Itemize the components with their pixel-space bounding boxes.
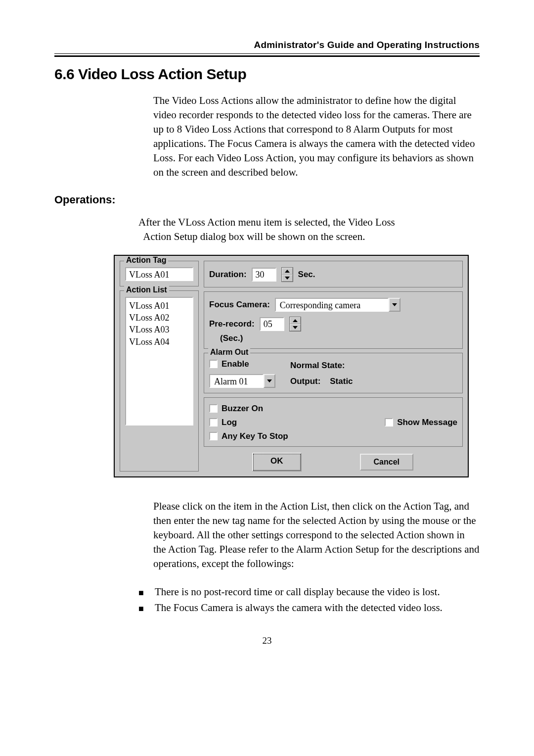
output-label: Output: (290, 377, 320, 386)
alarm-select[interactable]: Alarm 01 (209, 374, 275, 388)
bullet-item: There is no post-record time or call dis… (155, 586, 440, 598)
focus-camera-value[interactable]: Corresponding camera (275, 298, 389, 312)
svg-marker-1 (285, 277, 290, 280)
alarm-out-group: Alarm Out Enable Alarm 01 Normal Sta (204, 353, 463, 393)
sec-label: Sec. (298, 270, 315, 280)
anykey-checkbox[interactable] (209, 432, 218, 440)
show-message-checkbox[interactable] (385, 418, 393, 426)
action-tag-group: Action Tag VLoss A01 (120, 261, 199, 286)
focus-camera-combo[interactable]: Corresponding camera (275, 298, 400, 312)
pre-record-spinner[interactable] (289, 317, 301, 331)
duration-input[interactable]: 30 (252, 268, 276, 282)
enable-checkbox[interactable] (209, 360, 218, 368)
pre-record-label: Pre-record: (209, 319, 255, 329)
log-label: Log (222, 418, 237, 427)
bullet-icon: ■ (138, 586, 144, 600)
bullet-icon: ■ (138, 602, 144, 615)
enable-label: Enable (222, 359, 249, 369)
action-list-label: Action List (124, 285, 169, 294)
pre-record-input[interactable]: 05 (260, 317, 284, 331)
spinner-down-icon[interactable] (290, 324, 301, 331)
svg-marker-3 (293, 319, 298, 322)
dialog-button-row: OK Cancel (204, 451, 463, 472)
list-item[interactable]: VLoss A04 (129, 336, 189, 348)
video-loss-dialog: Action Tag VLoss A01 Action List VLoss A… (114, 255, 469, 477)
ops-line1: After the VLoss Action menu item is sele… (138, 216, 395, 228)
svg-marker-0 (285, 270, 290, 273)
bullet-list: ■ There is no post-record time or call d… (138, 586, 480, 615)
action-list[interactable]: VLoss A01 VLoss A02 VLoss A03 VLoss A04 (125, 297, 193, 425)
action-tag-label: Action Tag (124, 256, 168, 265)
spinner-down-icon[interactable] (282, 275, 293, 282)
duration-spinner[interactable] (281, 267, 293, 282)
focus-prerecord-group: Focus Camera: Corresponding camera Pre-r… (204, 291, 463, 349)
page-number: 23 (54, 635, 480, 646)
buzzer-checkbox[interactable] (209, 404, 218, 413)
misc-options-group: Buzzer On Log Any Key To Stop (204, 397, 463, 447)
cancel-button[interactable]: Cancel (360, 454, 413, 471)
intro-paragraph: The Video Loss Actions allow the adminis… (153, 94, 480, 180)
normal-state-label: Normal State: (290, 361, 353, 371)
svg-marker-5 (267, 379, 272, 382)
list-item[interactable]: VLoss A02 (129, 312, 189, 324)
action-tag-field[interactable]: VLoss A01 (125, 267, 193, 281)
svg-marker-2 (392, 303, 397, 306)
show-message-label: Show Message (397, 418, 457, 427)
duration-group: Duration: 30 Sec. (204, 261, 463, 287)
list-item[interactable]: VLoss A03 (129, 324, 189, 335)
post-dialog-paragraph: Please click on the item in the Action L… (153, 499, 480, 571)
log-checkbox[interactable] (209, 418, 218, 426)
operations-heading: Operations: (54, 193, 480, 206)
alarm-select-value[interactable]: Alarm 01 (209, 374, 264, 388)
running-header: Administrator's Guide and Operating Inst… (54, 40, 480, 50)
action-list-group: Action List VLoss A01 VLoss A02 VLoss A0… (120, 290, 199, 472)
operations-body: After the VLoss Action menu item is sele… (138, 215, 480, 244)
header-rule (54, 53, 480, 57)
focus-camera-label: Focus Camera: (209, 300, 270, 310)
pre-record-unit: (Sec.) (220, 333, 457, 343)
spinner-up-icon[interactable] (282, 268, 293, 275)
spinner-up-icon[interactable] (290, 317, 301, 324)
list-item[interactable]: VLoss A01 (129, 300, 189, 312)
alarm-out-label: Alarm Out (208, 348, 250, 357)
chevron-down-icon[interactable] (389, 298, 400, 312)
ok-button[interactable]: OK (253, 454, 301, 471)
duration-label: Duration: (209, 270, 247, 280)
anykey-label: Any Key To Stop (222, 431, 288, 441)
chevron-down-icon[interactable] (264, 374, 275, 388)
output-value: Static (330, 377, 353, 386)
ops-line2: Action Setup dialog box will be shown on… (143, 231, 365, 242)
bullet-item: The Focus Camera is always the camera wi… (155, 602, 443, 614)
section-heading: 6.6 Video Loss Action Setup (54, 66, 480, 83)
svg-marker-4 (293, 326, 298, 329)
buzzer-label: Buzzer On (222, 404, 263, 414)
